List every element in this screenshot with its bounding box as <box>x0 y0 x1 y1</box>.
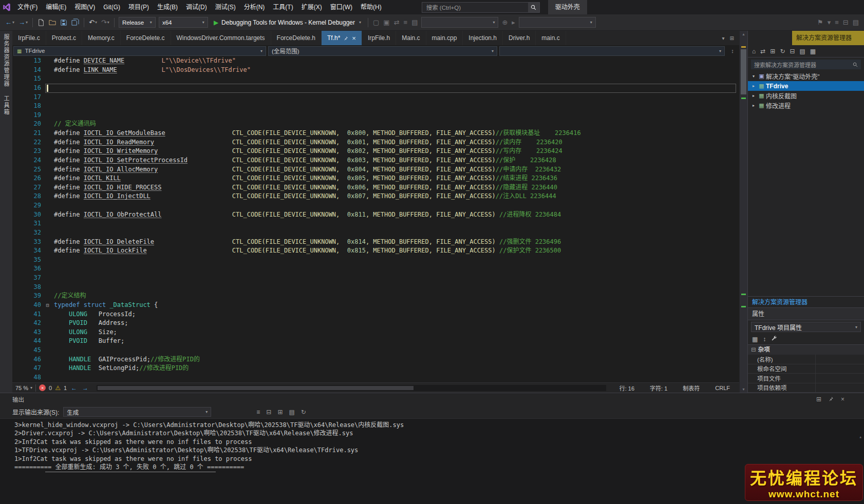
zoom-select[interactable]: 75 %▾ <box>15 385 32 391</box>
platform-select[interactable]: x64▾ <box>159 17 208 28</box>
close-icon[interactable]: × <box>352 34 356 42</box>
fold-icon[interactable]: ⊟ <box>41 301 54 310</box>
menu-测试(S)[interactable]: 测试(S) <box>211 0 240 14</box>
next-issue-icon[interactable]: → <box>81 384 89 392</box>
properties-icon[interactable]: ▦ <box>810 48 816 55</box>
toolbar-icon-snapshot[interactable]: ▣ <box>381 18 391 26</box>
toolbar-icon-collapse[interactable]: ⊟ <box>841 18 851 26</box>
code-line-26[interactable]: 26#define IOCTL_KILL CTL_CODE(FILE_DEVIC… <box>12 174 739 183</box>
tab-Driver.h[interactable]: Driver.h <box>503 31 536 45</box>
code-line-13[interactable]: 13#define DEVICE_NAME L"\\Device\\TFdriv… <box>12 56 739 66</box>
property-row-(名称)[interactable]: (名称) <box>748 355 864 364</box>
open-folder-icon[interactable] <box>47 19 58 26</box>
code-line-29[interactable]: 29 <box>12 201 739 210</box>
tab-main.cpp[interactable]: main.cpp <box>426 31 463 45</box>
quick-search-box[interactable]: 搜索 (Ctrl+Q) <box>422 2 540 13</box>
tab-WindowsDriver.Common.targets[interactable]: WindowsDriver.Common.targets <box>171 31 271 45</box>
code-line-20[interactable]: 20// 定义通讯码 <box>12 120 739 129</box>
scrollbar-up-icon[interactable]: ▴ <box>740 32 747 36</box>
new-file-icon[interactable] <box>35 19 47 26</box>
find-message-icon[interactable]: ≡ <box>256 409 260 416</box>
collapse-all-icon[interactable]: ⊟ <box>790 48 795 55</box>
nav-forward-icon[interactable]: →▾ <box>16 18 30 26</box>
code-line-25[interactable]: 25#define IOCTL_IO_AllocMemory CTL_CODE(… <box>12 165 739 175</box>
tab-Memory.c[interactable]: Memory.c <box>82 31 121 45</box>
code-line-41[interactable]: 41 ULONG ProcessId; <box>12 310 739 319</box>
code-line-47[interactable]: 47 HANDLE SetLongPid;//修改进程PID的 <box>12 364 739 373</box>
tree-item-内核反截图[interactable]: ▸▦内核反截图 <box>748 91 864 101</box>
scrollbar-down-icon[interactable]: ▾ <box>740 387 747 392</box>
code-line-30[interactable]: 30#define IOCTL_IO_ObProtectAll CTL_CODE… <box>12 210 739 220</box>
tab-Injection.h[interactable]: Injection.h <box>463 31 503 45</box>
code-line-38[interactable]: 38 <box>12 283 739 292</box>
code-line-14[interactable]: 14#define LINK_NAME L"\\DosDevices\\TFdr… <box>12 66 739 75</box>
autoscroll-icon[interactable]: ↻ <box>301 409 306 416</box>
code-line-46[interactable]: 46 HANDLE GAIProcessPid;//修改进程PID的 <box>12 355 739 364</box>
tab-main.c[interactable]: main.c <box>536 31 566 45</box>
menu-视图(V)[interactable]: 视图(V) <box>70 0 99 14</box>
tab-Main.c[interactable]: Main.c <box>396 31 426 45</box>
member-dropdown[interactable]: ▾ <box>499 46 725 56</box>
code-line-44[interactable]: 44 PVOID Buffer; <box>12 337 739 346</box>
code-line-19[interactable]: 19 <box>12 111 739 120</box>
errors-icon[interactable]: × <box>39 384 46 391</box>
toolbar-combo-target[interactable]: ▾ <box>519 17 596 28</box>
horizontal-scrollbar[interactable] <box>97 385 606 391</box>
menu-帮助(H)[interactable]: 帮助(H) <box>356 0 386 14</box>
code-line-43[interactable]: 43 ULONG Size; <box>12 328 739 337</box>
expander-icon[interactable]: ▸ <box>750 93 757 98</box>
prev-issue-icon[interactable]: ← <box>70 384 78 392</box>
toolbar-icon-bookmark[interactable]: ▾ <box>825 18 833 26</box>
code-line-17[interactable]: 17 <box>12 93 739 102</box>
code-line-49[interactable]: 49 <box>12 382 739 383</box>
toolbar-icon-list[interactable]: ≡ <box>402 18 410 26</box>
start-debugging-button[interactable]: ▶Debugging Tools for Windows - Kernel De… <box>210 16 365 29</box>
toolbar-icon-swap[interactable]: ⇄ <box>392 18 402 26</box>
code-line-35[interactable]: 35 <box>12 256 739 265</box>
clear-all-icon[interactable]: ⊟ <box>266 409 271 416</box>
code-line-33[interactable]: 33#define IOCTL_IO_DeleteFile CTL_CODE(F… <box>12 238 739 247</box>
menu-编辑(E)[interactable]: 编辑(E) <box>42 0 70 14</box>
code-line-42[interactable]: 42 PVOID Address; <box>12 319 739 328</box>
solution-search-box[interactable]: 搜索解决方案资源管理器 <box>751 60 861 69</box>
output-source-select[interactable]: 生成▾ <box>63 407 211 417</box>
tab-float-icon[interactable]: ⊞ <box>730 35 734 41</box>
code-editor[interactable]: 13#define DEVICE_NAME L"\\Device\\TFdriv… <box>12 56 739 382</box>
show-all-files-icon[interactable]: ▤ <box>800 48 805 55</box>
save-all-icon[interactable] <box>69 18 81 26</box>
properties-section-misc[interactable]: ⊟杂项 <box>748 345 864 355</box>
tree-item-解决方案"驱动外壳"[interactable]: ▾▣解决方案"驱动外壳" <box>748 71 864 81</box>
expander-icon[interactable]: ▸ <box>750 103 757 108</box>
project-dropdown[interactable]: ▦TFdrive▾ <box>13 46 266 56</box>
window-position-icon[interactable]: ⊞ <box>816 396 821 403</box>
tab-ForceDelete.c[interactable]: ForceDelete.c <box>121 31 171 45</box>
toolbar-icon-memory[interactable]: ▤ <box>409 18 420 26</box>
pin-icon[interactable] <box>829 396 834 403</box>
code-line-40[interactable]: 40⊟typedef struct _DataStruct { <box>12 301 739 310</box>
close-icon[interactable]: × <box>841 396 844 403</box>
tab-solution-explorer[interactable]: 解决方案资源管理器 <box>748 296 864 307</box>
tab-IrpFile.c[interactable]: IrpFile.c <box>12 31 46 45</box>
alphabetical-icon[interactable]: ↕ <box>763 336 766 343</box>
switch-views-icon[interactable]: ⇄ <box>760 48 765 55</box>
menu-调试(D)[interactable]: 调试(D) <box>182 0 211 14</box>
toolbar-icon-panel[interactable]: ▤ <box>851 18 861 26</box>
editor-scrollbar-thumb[interactable] <box>741 49 746 94</box>
categorized-icon[interactable]: ▦ <box>752 336 758 343</box>
menu-分析(N)[interactable]: 分析(N) <box>240 0 269 14</box>
toolbar-icon-outline[interactable]: ≡ <box>833 18 841 26</box>
code-line-36[interactable]: 36 <box>12 264 739 274</box>
code-line-32[interactable]: 32 <box>12 228 739 238</box>
code-line-27[interactable]: 27#define IOCTL_IO_HIDE_PROCESS CTL_CODE… <box>12 183 739 192</box>
sidebar-tab-server-explorer[interactable]: 服务器资源管理器 <box>2 34 10 87</box>
tree-item-TFdrive[interactable]: ▸▦TFdrive <box>748 81 864 91</box>
code-line-24[interactable]: 24#define IOCTL_IO_SetProtectProcessId C… <box>12 156 739 165</box>
code-line-15[interactable]: 15 <box>12 74 739 84</box>
collapse-icon[interactable]: ⊟ <box>751 346 756 353</box>
menu-生成(B)[interactable]: 生成(B) <box>153 0 182 14</box>
toolbar-combo-find[interactable]: ▾ <box>421 17 498 28</box>
code-line-21[interactable]: 21#define IOCTL_IO_GetModuleBase CTL_COD… <box>12 129 739 138</box>
output-scrollbar-icon[interactable]: ▴ <box>859 434 862 439</box>
code-line-23[interactable]: 23#define IOCTL_IO_WriteMemory CTL_CODE(… <box>12 147 739 156</box>
code-line-22[interactable]: 22#define IOCTL_IO_ReadMemory CTL_CODE(F… <box>12 138 739 147</box>
